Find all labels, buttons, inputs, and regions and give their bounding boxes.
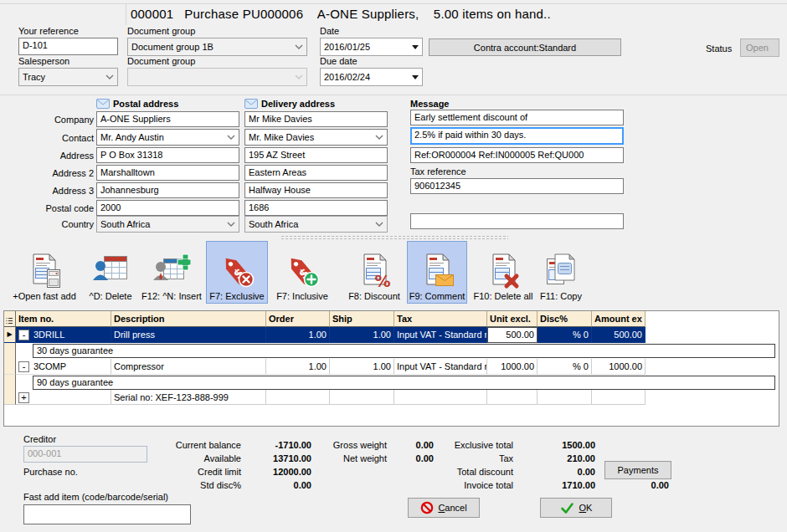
cancel-button[interactable]: Cancel <box>408 498 480 518</box>
gross-weight-label: Gross weight <box>322 440 387 450</box>
grid-row-item-3drill[interactable]: ▶ -3DRILL Drill press 1.00 1.00 Input VA… <box>4 327 779 343</box>
toolbar-label: F7: Inclusive <box>276 291 328 301</box>
tax-cell: Input VAT - Standard rate <box>394 327 487 343</box>
due-date-select[interactable]: 2016/02/24 <box>320 68 423 86</box>
date-select[interactable]: 2016/01/25 <box>320 38 423 56</box>
delivery-code-input[interactable]: 1686 <box>244 200 388 216</box>
comment-line[interactable]: 90 days guarantee <box>33 376 775 390</box>
chevron-down-icon <box>227 222 235 227</box>
col-header-order[interactable]: Order <box>266 311 330 327</box>
section-divider <box>0 95 787 95</box>
ok-button[interactable]: OK <box>540 498 612 518</box>
postal-address3-input[interactable]: Johannesburg <box>96 182 239 198</box>
salesperson-select[interactable]: Tracy <box>18 68 118 86</box>
postal-code-input[interactable]: 2000 <box>96 200 239 216</box>
postal-address-title: Postal address <box>113 99 178 109</box>
net-weight-label: Net weight <box>322 453 387 463</box>
row-gutter[interactable] <box>4 390 16 405</box>
your-reference-input[interactable]: D-101 <box>18 38 118 55</box>
grid-row-serial[interactable]: + Serial no: XEF-123-888-999 <box>4 390 779 405</box>
toolbar-open-fast-add[interactable]: +Open fast add <box>8 241 80 304</box>
grid-corner-icon <box>4 311 16 327</box>
comment-line[interactable]: 30 days guarantee <box>33 344 775 358</box>
dropdown-arrow-icon <box>412 45 419 49</box>
fast-add-input[interactable] <box>23 504 191 524</box>
col-header-amount[interactable]: Amount ex <box>592 311 646 327</box>
document-group2-label: Document group <box>127 56 195 66</box>
col-header-ship[interactable]: Ship <box>330 311 394 327</box>
empty-cell <box>538 390 592 405</box>
grid-header-row: Item no. Description Order Ship Tax Unit… <box>4 311 779 327</box>
toolbar-exclusive[interactable]: $ F7: Exclusive <box>206 241 268 304</box>
delivery-contact-value: Mr. Mike Davies <box>249 132 375 142</box>
collapse-box[interactable]: - <box>18 361 29 372</box>
total-discount-label: Total discount <box>425 467 513 477</box>
ok-label-initial: O <box>579 503 587 513</box>
document-group-select[interactable]: Document group 1B <box>127 38 307 56</box>
postal-country-select[interactable]: South Africa <box>96 216 239 233</box>
price-tag-inclusive-icon: $ <box>283 252 321 290</box>
collapse-box[interactable]: - <box>18 330 29 340</box>
delivery-address3-input[interactable]: Halfway House <box>244 182 388 198</box>
creditor-label: Creditor <box>23 434 56 444</box>
row-selector[interactable]: ▶ <box>4 327 16 343</box>
unit-excl-edit-cell[interactable]: 500.00 <box>487 327 538 343</box>
country-label: Country <box>18 219 94 229</box>
payments-button[interactable]: Payments <box>604 461 671 479</box>
contra-account-button[interactable]: Contra account:Standard <box>429 38 621 56</box>
contact-label: Contact <box>18 133 94 143</box>
postal-code-label: Postal code <box>18 203 94 213</box>
item-no-cell: + <box>16 390 111 405</box>
grid-row-item-3comp[interactable]: -3COMP Compressor 1.00 1.00 Input VAT - … <box>4 359 779 375</box>
row-gutter[interactable] <box>4 343 16 359</box>
row-selector[interactable] <box>4 359 16 375</box>
amount-cell: 500.00 <box>592 327 646 343</box>
description-cell: Compressor <box>111 359 266 375</box>
toolbar-comment[interactable]: F9: Comment <box>407 241 467 304</box>
tax-reference-input[interactable]: 906012345 <box>410 178 624 194</box>
groupbox-top-line <box>0 3 787 4</box>
expand-box[interactable]: + <box>18 392 29 403</box>
toolbar-discount[interactable]: % F8: Discount <box>343 241 405 304</box>
tax-reference-label: Tax reference <box>410 166 466 176</box>
toolbar-delete[interactable]: ^D: Delete <box>84 241 137 304</box>
delivery-contact-select[interactable]: Mr. Mike Davies <box>244 129 388 146</box>
postal-contact-select[interactable]: Mr. Andy Austin <box>96 129 239 146</box>
postal-company-input[interactable]: A-ONE Suppliers <box>96 111 239 127</box>
toolbar-copy[interactable]: F11: Copy <box>538 241 584 304</box>
delivery-address-input[interactable]: 195 AZ Street <box>244 147 388 163</box>
chevron-down-icon <box>375 222 383 227</box>
delivery-country-select[interactable]: South Africa <box>244 216 388 233</box>
postal-address-input[interactable]: P O Box 31318 <box>96 147 239 163</box>
toolbar-insert[interactable]: F12: ^N: Insert <box>139 241 204 304</box>
creditor-value: 000-001 <box>23 446 147 463</box>
toolbar-inclusive[interactable]: $ F7: Inclusive <box>272 241 332 304</box>
toolbar-delete-all[interactable]: F10: Delete all <box>469 241 538 304</box>
copy-icon <box>542 252 580 290</box>
toolbar-label: F12: ^N: Insert <box>141 291 202 301</box>
item-no-cell: -3DRILL <box>16 327 111 343</box>
row-gutter[interactable] <box>4 375 16 390</box>
envelope-icon <box>244 99 258 109</box>
col-header-unit-excl[interactable]: Unit excl. <box>487 311 538 327</box>
splitter-dots[interactable] <box>280 235 508 240</box>
message-title: Message <box>410 99 449 109</box>
due-date-label: Due date <box>320 56 357 66</box>
delivery-company-input[interactable]: Mr Mike Davies <box>244 111 388 127</box>
col-header-tax[interactable]: Tax <box>394 311 487 327</box>
empty-cell <box>592 390 646 405</box>
delivery-address2-input[interactable]: Eastern Areas <box>244 165 388 181</box>
col-header-description[interactable]: Description <box>111 311 266 327</box>
message-line1-input[interactable]: Early settlement discount of <box>410 110 624 125</box>
delivery-address-title: Delivery address <box>261 99 335 109</box>
message-line3-input[interactable]: Ref:OR000004 Ref:IN000005 Ref:QU000 <box>410 147 624 163</box>
message-line2-input[interactable]: 2.5% if paid within 30 days. <box>410 127 624 145</box>
col-header-disc[interactable]: Disc% <box>538 311 592 327</box>
col-header-item-no[interactable]: Item no. <box>16 311 111 327</box>
message-extra-input[interactable] <box>410 213 624 229</box>
chevron-down-icon <box>295 44 303 49</box>
toolbar-label: F11: Copy <box>540 291 582 301</box>
postal-address2-input[interactable]: Marshalltown <box>96 165 239 181</box>
item-no-cell: -3COMP <box>16 359 111 375</box>
salesperson-label: Salesperson <box>18 56 69 66</box>
